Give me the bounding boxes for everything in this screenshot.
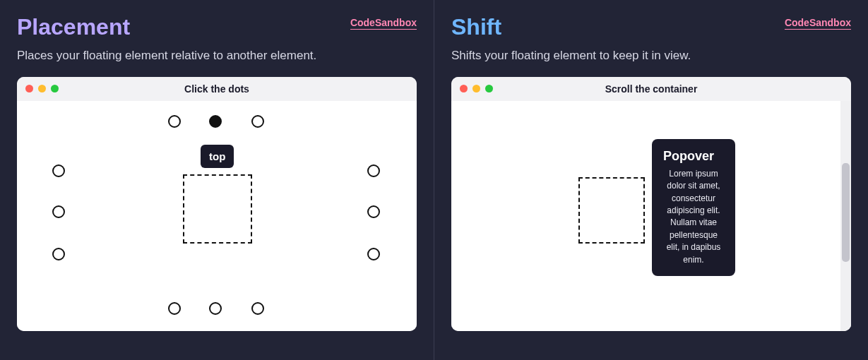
window-title: Scroll the container	[451, 83, 851, 95]
codesandbox-link[interactable]: CodeSandbox	[350, 17, 417, 30]
shift-popover: Popover Lorem ipsum dolor sit amet, cons…	[652, 139, 735, 276]
dot-right-end[interactable]	[367, 248, 380, 260]
dot-left[interactable]	[52, 205, 65, 218]
codesandbox-link[interactable]: CodeSandbox	[785, 17, 851, 30]
popover-title: Popover	[663, 149, 724, 164]
window-titlebar: Scroll the container	[451, 77, 851, 101]
shift-title: Shift	[451, 14, 501, 40]
scrollbar-thumb[interactable]	[842, 163, 850, 262]
shift-window: Scroll the container Popover Lorem ipsum…	[451, 77, 851, 331]
placement-canvas: top	[17, 101, 417, 331]
scrollbar-track[interactable]	[840, 101, 851, 331]
window-title: Click the dots	[17, 83, 417, 95]
minimize-icon	[472, 85, 480, 92]
placement-description: Places your floating element relative to…	[17, 47, 417, 64]
shift-canvas[interactable]: Popover Lorem ipsum dolor sit amet, cons…	[451, 101, 851, 331]
traffic-lights	[460, 85, 493, 92]
placement-tooltip: top	[201, 145, 234, 168]
reference-box	[578, 177, 645, 244]
shift-header: Shift CodeSandbox	[451, 14, 851, 47]
placement-window: Click the dots top	[17, 77, 417, 331]
shift-description: Shifts your floating element to keep it …	[451, 47, 851, 64]
maximize-icon	[51, 85, 59, 92]
reference-box	[183, 174, 252, 244]
dot-left-start[interactable]	[52, 164, 65, 177]
dot-bottom-end[interactable]	[251, 302, 264, 315]
dot-top[interactable]	[209, 115, 222, 128]
dot-top-end[interactable]	[251, 115, 264, 128]
placement-header: Placement CodeSandbox	[17, 14, 417, 47]
maximize-icon	[485, 85, 493, 92]
dot-bottom-start[interactable]	[168, 302, 181, 315]
placement-title: Placement	[17, 14, 130, 40]
dot-left-end[interactable]	[52, 248, 65, 260]
close-icon	[460, 85, 468, 92]
shift-panel: Shift CodeSandbox Shifts your floating e…	[434, 0, 868, 360]
dot-right-start[interactable]	[367, 164, 380, 177]
dot-top-start[interactable]	[168, 115, 181, 128]
popover-body: Lorem ipsum dolor sit amet, consectetur …	[663, 168, 724, 266]
minimize-icon	[38, 85, 46, 92]
traffic-lights	[25, 85, 59, 92]
placement-panel: Placement CodeSandbox Places your floati…	[0, 0, 434, 360]
window-titlebar: Click the dots	[17, 77, 417, 101]
dot-right[interactable]	[367, 205, 380, 218]
dot-bottom[interactable]	[209, 302, 222, 315]
close-icon	[25, 85, 33, 92]
